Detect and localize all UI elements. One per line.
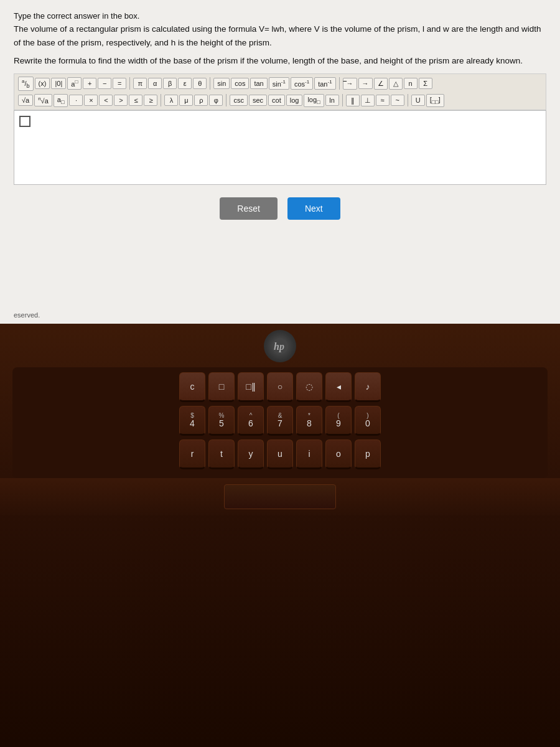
tb-paren[interactable]: (x) <box>35 78 50 89</box>
tb-arrow[interactable]: → <box>358 78 373 89</box>
reserved-text: eserved. <box>14 311 40 319</box>
key-8[interactable]: * 8 <box>296 406 322 436</box>
tb-matrix[interactable]: [□□] <box>426 94 444 107</box>
svg-text:hp: hp <box>274 341 284 352</box>
tb-sec[interactable]: sec <box>249 95 267 106</box>
tb-angle[interactable]: ∠ <box>374 78 388 90</box>
tb-power[interactable]: a□ <box>67 77 82 90</box>
tb-sqrt[interactable]: √a <box>18 95 33 106</box>
tb-n[interactable]: n <box>404 78 418 89</box>
sep2 <box>210 77 210 90</box>
key-4[interactable]: $ 4 <box>179 406 205 436</box>
key-c[interactable]: c <box>179 372 205 402</box>
key-o[interactable]: o <box>325 439 352 469</box>
hp-logo: hp <box>264 330 296 362</box>
tb-geq[interactable]: ≥ <box>144 95 157 106</box>
tb-frac[interactable]: a/b <box>18 77 34 91</box>
tb-times[interactable]: × <box>84 95 98 106</box>
tb-arcsin[interactable]: sin-1 <box>269 77 289 90</box>
tb-plus[interactable]: + <box>83 78 96 89</box>
key-squarelines[interactable]: □‖ <box>238 372 264 402</box>
tb-tan[interactable]: tan <box>250 78 267 89</box>
tb-dot[interactable]: · <box>69 95 83 106</box>
math-toolbar: a/b (x) |0| a□ + − = π α β ε θ sin cos t… <box>14 73 546 110</box>
key-6[interactable]: ^ 6 <box>238 406 264 436</box>
tb-triangle[interactable]: △ <box>389 78 403 90</box>
tb-sub[interactable]: a□ <box>54 94 68 107</box>
tb-phi[interactable]: φ <box>209 95 223 106</box>
key-t[interactable]: t <box>208 439 235 469</box>
tb-perp[interactable]: ⊥ <box>361 95 375 106</box>
rewrite-instruction: Rewrite the formula to find the width of… <box>14 55 546 67</box>
tb-epsilon[interactable]: ε <box>178 78 192 89</box>
keyboard-area: hp c □ □‖ ○ ◌ ◂ ♪ $ 4 % 5 ^ <box>0 324 560 747</box>
sep1 <box>129 77 130 90</box>
key-9[interactable]: ( 9 <box>325 406 352 436</box>
instruction-text: Type the correct answer in the box. <box>14 11 546 21</box>
tb-sin[interactable]: sin <box>213 78 230 89</box>
keyboard-row-fn: c □ □‖ ○ ◌ ◂ ♪ <box>19 372 541 402</box>
reset-button[interactable]: Reset <box>220 197 278 220</box>
sep4 <box>161 94 161 106</box>
tb-arctan[interactable]: tan-1 <box>314 77 335 90</box>
tb-approx[interactable]: ≈ <box>376 95 390 106</box>
tb-csc[interactable]: csc <box>230 95 248 106</box>
problem-text-line1: The volume of a rectangular prism is cal… <box>14 23 546 35</box>
key-r[interactable]: r <box>179 439 205 469</box>
tb-alpha[interactable]: α <box>148 78 162 89</box>
key-square[interactable]: □ <box>208 372 235 402</box>
sep7 <box>408 94 408 106</box>
tb-equals[interactable]: = <box>113 78 126 89</box>
tb-gt[interactable]: > <box>114 95 128 106</box>
toolbar-row-1: a/b (x) |0| a□ + − = π α β ε θ sin cos t… <box>18 77 542 91</box>
tb-beta[interactable]: β <box>163 78 177 89</box>
problem-text-line2: of the base of the prism, respectively, … <box>14 37 546 49</box>
tb-lambda[interactable]: λ <box>164 95 178 106</box>
key-brightness-down[interactable]: ◂ <box>325 372 352 402</box>
sep3 <box>339 77 340 90</box>
keyboard: c □ □‖ ○ ◌ ◂ ♪ $ 4 % 5 ^ 6 & 7 <box>12 367 548 478</box>
tb-lt[interactable]: < <box>99 95 113 106</box>
action-buttons: Reset Next <box>14 197 546 220</box>
tb-ln[interactable]: ln <box>325 95 339 106</box>
tb-leq[interactable]: ≤ <box>129 95 142 106</box>
hp-logo-area: hp <box>0 330 560 362</box>
tb-rho[interactable]: ρ <box>194 95 208 106</box>
key-volume[interactable]: ♪ <box>355 372 381 402</box>
key-y[interactable]: y <box>238 439 264 469</box>
keyboard-row-letters: r t y u i o p <box>19 439 541 469</box>
tb-log10[interactable]: log□ <box>304 94 324 107</box>
sep6 <box>342 94 343 106</box>
tb-parallel[interactable]: ‖ <box>346 95 360 106</box>
answer-input-area[interactable] <box>14 110 546 185</box>
touchpad[interactable] <box>224 484 336 509</box>
key-7[interactable]: & 7 <box>267 406 293 436</box>
tb-abs[interactable]: |0| <box>51 78 66 89</box>
tb-arccos[interactable]: cos-1 <box>291 77 313 90</box>
tb-cot[interactable]: cot <box>268 95 285 106</box>
tb-sigma[interactable]: Σ <box>419 78 432 89</box>
tb-pi[interactable]: π <box>133 78 147 89</box>
bottom-bezel <box>0 478 560 515</box>
key-i[interactable]: i <box>296 439 322 469</box>
tb-tilde[interactable]: ~ <box>391 95 404 106</box>
tb-minus[interactable]: − <box>98 78 111 89</box>
tb-theta[interactable]: θ <box>193 78 207 89</box>
key-5[interactable]: % 5 <box>208 406 235 436</box>
tb-U[interactable]: U <box>411 95 425 106</box>
key-circle[interactable]: ○ <box>267 372 293 402</box>
tb-vec[interactable]: ̅→ <box>343 78 357 90</box>
keyboard-row-numbers: $ 4 % 5 ^ 6 & 7 * 8 ( 9 <box>19 406 541 436</box>
tb-nroot[interactable]: n√a <box>34 94 52 106</box>
key-p[interactable]: p <box>355 439 381 469</box>
screen-area: Type the correct answer in the box. The … <box>0 0 560 324</box>
next-button[interactable]: Next <box>287 197 340 220</box>
tb-log[interactable]: log <box>286 95 303 106</box>
key-0[interactable]: ) 0 <box>355 406 381 436</box>
tb-mu[interactable]: μ <box>179 95 193 106</box>
answer-checkbox[interactable] <box>19 116 30 127</box>
tb-cos[interactable]: cos <box>231 78 249 89</box>
key-dotcircle[interactable]: ◌ <box>296 372 322 402</box>
sep5 <box>226 94 226 106</box>
key-u[interactable]: u <box>267 439 293 469</box>
